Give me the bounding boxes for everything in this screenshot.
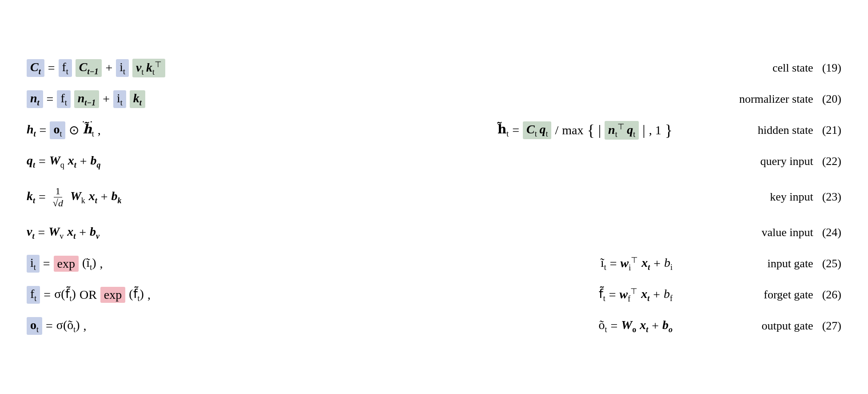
eq22-main: qt = Wq xt + bq (27, 153, 673, 170)
eq26-description: forget gate (764, 288, 813, 302)
eq23-label: key input (23) (673, 190, 841, 204)
equation-row-27: ot = σ(õt) , õt = Wo xt + bo output gate… (27, 310, 841, 342)
eq23-main: kt = 1 √d Wk xt + bk (27, 185, 673, 209)
eq26-label: forget gate (26) (673, 288, 841, 302)
eq25-description: input gate (767, 257, 813, 270)
eq21-main: ht = ot ⊙ h̃t , (27, 121, 471, 140)
eq19-number: (19) (822, 61, 841, 75)
fraction-1-sqrtd: 1 √d (51, 185, 65, 209)
nt-box: nt (27, 90, 43, 109)
ntqt-box: nt⊤ qt (605, 121, 639, 140)
eq22-content: qt = Wq xt + bq (27, 153, 673, 170)
ft-box-19: ft (59, 59, 72, 77)
equation-row-21: ht = ot ⊙ h̃t , h̃t = Ct qt (27, 115, 841, 146)
equation-row-23: kt = 1 √d Wk xt + bk key input (23) (27, 177, 841, 217)
equation-row-24: vt = Wv xt + bv value input (24) (27, 217, 841, 248)
exp-box-26: exp (100, 287, 125, 303)
eq19-content: Ct = ft Ct−1 + it vt kt⊤ (27, 59, 673, 78)
equation-row-20: nt = ft nt−1 + it kt (27, 84, 841, 115)
page: Ct = ft Ct−1 + it vt kt⊤ (0, 0, 868, 394)
eq21-description: hidden state (758, 124, 813, 137)
eq25-extra: ĩt = wi⊤ xt + bi (601, 255, 673, 273)
eq25-label: input gate (25) (673, 257, 841, 270)
eq20-number: (20) (822, 92, 841, 106)
ot-box: ot (50, 121, 65, 140)
equation-row-19: Ct = ft Ct−1 + it vt kt⊤ (27, 52, 841, 84)
eq26-content: ft = σ(f̃t) OR exp (f̃t) , f̃t = wf⊤ xt (27, 286, 673, 304)
eq24-content: vt = Wv xt + bv (27, 225, 673, 241)
eq24-label: value input (24) (673, 226, 841, 239)
eq26-main: ft = σ(f̃t) OR exp (f̃t) , (27, 286, 572, 304)
eq20-description: normalizer state (739, 92, 813, 106)
kt-box-20: kt (130, 90, 145, 109)
eq22-number: (22) (822, 155, 841, 168)
eq21-label: hidden state (21) (673, 124, 841, 137)
ft-box-20: ft (57, 90, 70, 109)
eq27-main: ot = σ(õt) , (27, 317, 572, 335)
Ctqt-box: Ct qt (523, 121, 551, 140)
eq22-description: query input (760, 155, 813, 168)
exp-box-25: exp (54, 256, 79, 272)
eq20-content: nt = ft nt−1 + it kt (27, 90, 673, 109)
equation-row-26: ft = σ(f̃t) OR exp (f̃t) , f̃t = wf⊤ xt (27, 279, 841, 310)
ft-gate-box: ft (27, 286, 40, 304)
it-box-19: it (116, 59, 129, 77)
vtkt-box: vt kt⊤ (132, 59, 165, 78)
nt1-box: nt−1 (74, 90, 100, 109)
equations-container: Ct = ft Ct−1 + it vt kt⊤ (27, 52, 841, 342)
eq21-content: ht = ot ⊙ h̃t , h̃t = Ct qt (27, 121, 673, 140)
eq19-main: Ct = ft Ct−1 + it vt kt⊤ (27, 59, 673, 78)
eq26-number: (26) (822, 288, 841, 302)
eq25-content: it = exp (ĩt) , ĩt = wi⊤ xt + bi (27, 255, 673, 273)
eq19-label: cell state (19) (673, 61, 841, 75)
equation-row-22: qt = Wq xt + bq query input (22) (27, 146, 841, 177)
ot-gate-box: ot (27, 317, 42, 335)
eq27-extra: õt = Wo xt + bo (598, 318, 673, 334)
eq24-description: value input (761, 226, 813, 239)
eq23-number: (23) (822, 190, 841, 204)
eq20-label: normalizer state (20) (673, 92, 841, 106)
Ct-box: Ct (27, 59, 44, 77)
eq23-description: key input (770, 190, 813, 204)
eq23-content: kt = 1 √d Wk xt + bk (27, 185, 673, 209)
eq25-main: it = exp (ĩt) , (27, 255, 574, 273)
eq21-number: (21) (822, 124, 841, 137)
eq24-main: vt = Wv xt + bv (27, 225, 673, 241)
eq27-number: (27) (822, 319, 841, 333)
eq27-label: output gate (27) (673, 319, 841, 333)
eq20-main: nt = ft nt−1 + it kt (27, 90, 673, 109)
it-gate-box: it (27, 255, 40, 273)
eq27-description: output gate (761, 319, 813, 333)
eq27-content: ot = σ(õt) , õt = Wo xt + bo (27, 317, 673, 335)
eq22-label: query input (22) (673, 155, 841, 168)
Ct1-box: Ct−1 (76, 59, 102, 77)
eq19-description: cell state (772, 61, 813, 75)
equation-row-25: it = exp (ĩt) , ĩt = wi⊤ xt + bi (27, 248, 841, 279)
it-box-20: it (113, 90, 126, 109)
eq26-extra: f̃t = wf⊤ xt + bf (599, 286, 673, 304)
eq24-number: (24) (822, 226, 841, 239)
eq25-number: (25) (822, 257, 841, 270)
eq21-extra: h̃t = Ct qt / max { | nt⊤ qt | , 1 } (498, 121, 673, 140)
